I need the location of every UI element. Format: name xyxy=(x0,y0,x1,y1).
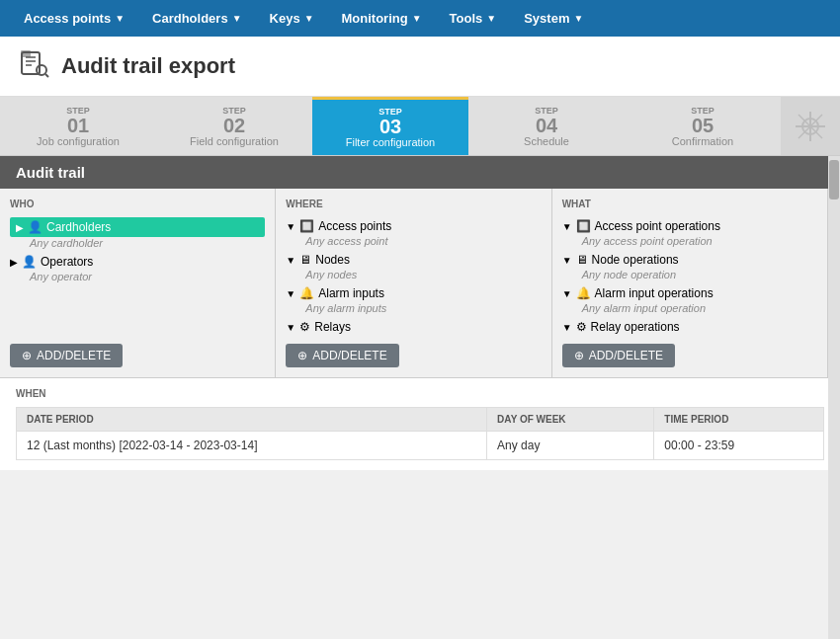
who-panel: WHO ▶ 👤 Cardholders Any cardholder ▶ 👤 O… xyxy=(0,189,276,377)
nav-tools[interactable]: Tools ▼ xyxy=(436,0,511,37)
node-ops-icon: 🖥 xyxy=(576,253,588,267)
alarm-ops-icon: 🔔 xyxy=(576,286,591,300)
where-label: WHERE xyxy=(286,199,541,209)
plus-icon: ⊕ xyxy=(297,349,307,362)
what-node-ops-sub: Any node operation xyxy=(562,269,817,280)
who-label: WHO xyxy=(10,199,265,209)
what-node-ops[interactable]: ▼ 🖥 Node operations xyxy=(562,251,817,269)
where-alarm-sub: Any alarm inputs xyxy=(286,302,541,314)
chevron-down-icon: ▼ xyxy=(486,13,496,24)
arrow-icon: ▼ xyxy=(286,322,295,333)
filter-row: WHO ▶ 👤 Cardholders Any cardholder ▶ 👤 O… xyxy=(0,189,840,378)
arrow-icon: ▶ xyxy=(16,222,24,233)
arrow-icon: ▼ xyxy=(562,255,572,266)
svg-line-5 xyxy=(45,74,48,77)
date-period-header: DATE PERIOD xyxy=(17,408,487,432)
arrow-icon: ▼ xyxy=(286,255,295,266)
who-list: ▶ 👤 Cardholders Any cardholder ▶ 👤 Opera… xyxy=(10,217,265,336)
where-nodes-sub: Any nodes xyxy=(286,269,541,280)
person-icon: 👤 xyxy=(22,255,37,269)
who-operators[interactable]: ▶ 👤 Operators xyxy=(10,253,265,271)
chevron-down-icon: ▼ xyxy=(573,13,583,24)
day-of-week-header: DAY OF WEEK xyxy=(487,408,654,432)
relay-icon: ⚙ xyxy=(299,320,310,334)
step-02[interactable]: STEP 02 Field configuration xyxy=(156,97,312,155)
page-header: Audit trail export xyxy=(0,37,840,97)
where-access-points[interactable]: ▼ 🔲 Access points xyxy=(286,217,541,235)
step-icon-area xyxy=(781,97,840,155)
top-navigation: Access points ▼ Cardholders ▼ Keys ▼ Mon… xyxy=(0,0,840,37)
where-list: ▼ 🔲 Access points Any access point ▼ 🖥 N… xyxy=(286,217,541,336)
main-content: Audit trail WHO ▶ 👤 Cardholders Any card… xyxy=(0,156,840,639)
access-point-icon: 🔲 xyxy=(299,219,314,233)
where-relays[interactable]: ▼ ⚙ Relays xyxy=(286,318,541,336)
svg-point-4 xyxy=(37,65,46,75)
step-05[interactable]: STEP 05 Confirmation xyxy=(625,97,781,155)
arrow-icon: ▶ xyxy=(10,257,18,268)
plus-icon: ⊕ xyxy=(22,349,32,362)
what-ap-ops[interactable]: ▼ 🔲 Access point operations xyxy=(562,217,817,235)
step-03[interactable]: STEP 03 Filter configuration xyxy=(312,97,468,155)
audit-icon xyxy=(20,48,49,84)
day-of-week-cell: Any day xyxy=(487,432,654,460)
arrow-icon: ▼ xyxy=(286,221,295,232)
what-alarm-ops-sub: Any alarm input operation xyxy=(562,302,817,314)
arrow-icon: ▼ xyxy=(562,221,572,232)
what-list: ▼ 🔲 Access point operations Any access p… xyxy=(562,217,817,336)
chevron-down-icon: ▼ xyxy=(232,13,242,24)
step-01[interactable]: STEP 01 Job configuration xyxy=(0,97,156,155)
when-table: DATE PERIOD DAY OF WEEK TIME PERIOD 12 (… xyxy=(16,407,824,460)
who-cardholders[interactable]: ▶ 👤 Cardholders xyxy=(10,217,265,237)
when-section: WHEN DATE PERIOD DAY OF WEEK TIME PERIOD… xyxy=(0,378,840,470)
when-label: WHEN xyxy=(16,388,824,399)
plus-icon: ⊕ xyxy=(574,349,584,362)
what-alarm-ops[interactable]: ▼ 🔔 Alarm input operations xyxy=(562,284,817,302)
where-ap-sub: Any access point xyxy=(286,235,541,247)
who-operator-sub: Any operator xyxy=(10,271,265,282)
alarm-icon: 🔔 xyxy=(299,286,314,300)
time-period-header: TIME PERIOD xyxy=(654,408,824,432)
chevron-down-icon: ▼ xyxy=(304,13,314,24)
time-period-cell: 00:00 - 23:59 xyxy=(654,432,824,460)
svg-rect-6 xyxy=(21,50,31,57)
when-row[interactable]: 12 (Last months) [2022-03-14 - 2023-03-1… xyxy=(17,432,824,460)
where-alarm-inputs[interactable]: ▼ 🔔 Alarm inputs xyxy=(286,284,541,302)
where-panel: WHERE ▼ 🔲 Access points Any access point… xyxy=(276,189,551,377)
what-ap-ops-sub: Any access point operation xyxy=(562,235,817,247)
who-add-delete-button[interactable]: ⊕ ADD/DELETE xyxy=(10,344,123,367)
what-add-delete-button[interactable]: ⊕ ADD/DELETE xyxy=(562,344,675,367)
section-header: Audit trail xyxy=(0,156,840,189)
nav-access-points[interactable]: Access points ▼ xyxy=(10,0,138,37)
what-relay-ops[interactable]: ▼ ⚙ Relay operations xyxy=(562,318,817,336)
arrow-icon: ▼ xyxy=(562,322,572,333)
step-04[interactable]: STEP 04 Schedule xyxy=(468,97,625,155)
where-nodes[interactable]: ▼ 🖥 Nodes xyxy=(286,251,541,269)
nav-cardholders[interactable]: Cardholders ▼ xyxy=(138,0,255,37)
page-title: Audit trail export xyxy=(61,53,235,79)
chevron-down-icon: ▼ xyxy=(115,13,125,24)
chevron-down-icon: ▼ xyxy=(412,13,422,24)
person-icon: 👤 xyxy=(28,220,42,234)
relay-ops-icon: ⚙ xyxy=(576,320,587,334)
content-inner[interactable]: Audit trail WHO ▶ 👤 Cardholders Any card… xyxy=(0,156,840,639)
what-label: WHAT xyxy=(562,199,817,209)
who-cardholder-sub: Any cardholder xyxy=(10,237,265,249)
nav-monitoring[interactable]: Monitoring ▼ xyxy=(328,0,436,37)
nav-keys[interactable]: Keys ▼ xyxy=(256,0,328,37)
what-panel: WHAT ▼ 🔲 Access point operations Any acc… xyxy=(552,189,828,377)
main-scrollbar[interactable] xyxy=(828,156,840,639)
ap-ops-icon: 🔲 xyxy=(576,219,591,233)
main-scrollbar-thumb xyxy=(829,160,839,200)
node-icon: 🖥 xyxy=(299,253,311,267)
steps-bar: STEP 01 Job configuration STEP 02 Field … xyxy=(0,97,840,156)
where-add-delete-button[interactable]: ⊕ ADD/DELETE xyxy=(286,344,398,367)
nav-system[interactable]: System ▼ xyxy=(510,0,597,37)
arrow-icon: ▼ xyxy=(286,288,295,299)
date-period-cell: 12 (Last months) [2022-03-14 - 2023-03-1… xyxy=(17,432,487,460)
arrow-icon: ▼ xyxy=(562,288,572,299)
